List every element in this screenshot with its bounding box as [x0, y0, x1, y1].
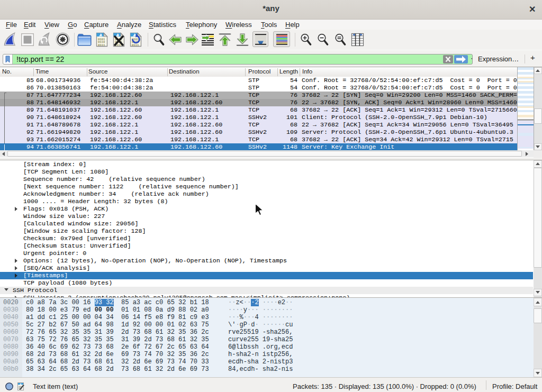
svg-text:0111: 0111: [132, 43, 139, 47]
svg-text:0111: 0111: [98, 43, 105, 47]
